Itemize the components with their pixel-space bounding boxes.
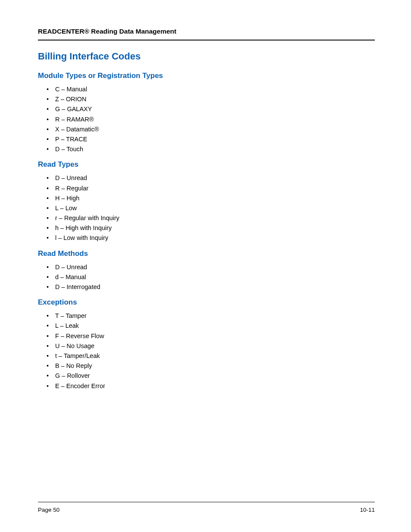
list-item: L – Low [47,203,375,213]
list-item: h – High with Inquiry [47,223,375,233]
list-item: P – TRACE [47,134,375,144]
list-item: F – Reverse Flow [47,331,375,341]
list-item: B – No Reply [47,361,375,371]
list-item: R – RAMAR® [47,115,375,124]
list-item: G – GALAXY [47,104,375,114]
page-number-right: 10-11 [360,507,375,513]
list-item: D – Touch [47,144,375,154]
exceptions-list: T – Tamper L – Leak F – Reverse Flow U –… [38,311,375,391]
list-item: Z – ORION [47,94,375,104]
read-types-list: D – Unread R – Regular H – High L – Low … [38,173,375,243]
list-item: E – Encoder Error [47,381,375,391]
list-item: d – Manual [47,272,375,282]
list-item: D – Unread [47,173,375,183]
list-item: G – Rollover [47,371,375,381]
list-item: T – Tamper [47,311,375,321]
page-footer: Page 50 10-11 [38,502,375,513]
page-content: READCENTER® Reading Data Management Bill… [0,0,411,391]
list-item: L – Leak [47,321,375,331]
list-item: X – Datamatic® [47,124,375,134]
module-types-list: C – Manual Z – ORION G – GALAXY R – RAMA… [38,84,375,154]
list-item: D – Unread [47,262,375,272]
list-item: U – No Usage [47,341,375,351]
section-heading: Exceptions [38,298,375,307]
list-item: t – Tamper/Leak [47,351,375,361]
section-heading: Read Types [38,160,375,169]
page-header: READCENTER® Reading Data Management [38,28,375,40]
section-heading: Module Types or Registration Types [38,72,375,80]
list-item: R – Regular [47,184,375,193]
read-methods-list: D – Unread d – Manual D – Interrogated [38,262,375,292]
section-heading: Read Methods [38,249,375,258]
list-item: D – Interrogated [47,282,375,292]
page-number-left: Page 50 [38,507,59,513]
list-item: l – Low with Inquiry [47,233,375,243]
list-item: r – Regular with Inquiry [47,213,375,223]
list-item: C – Manual [47,84,375,94]
page-title: Billing Interface Codes [38,51,375,62]
list-item: H – High [47,193,375,203]
